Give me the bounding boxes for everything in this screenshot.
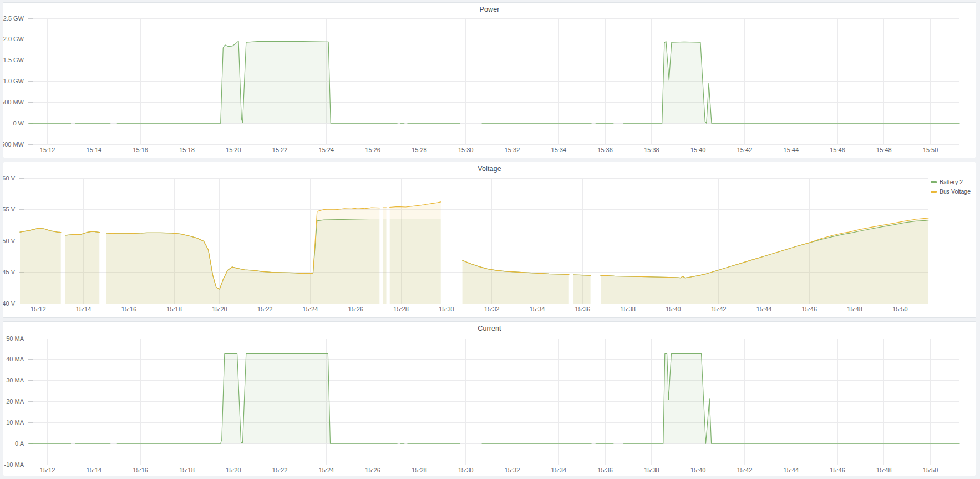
svg-text:10 MA: 10 MA [6,419,24,426]
y-axis-labels: 60 V55 V50 V45 V40 V [3,175,16,307]
panel-title-voltage[interactable]: Voltage [3,165,976,173]
svg-text:15:12: 15:12 [31,306,46,312]
svg-text:15:22: 15:22 [272,147,288,153]
bus-voltage-series-color-icon [931,191,937,193]
svg-text:15:32: 15:32 [505,467,520,473]
legend-label-battery-2: Battery 2 [940,178,963,186]
svg-text:15:30: 15:30 [458,147,474,153]
chart-svg-voltage: 60 V55 V50 V45 V40 V15:1215:1415:1615:18… [3,162,976,317]
series-power-area [117,41,397,123]
svg-text:15:14: 15:14 [87,147,102,153]
power-chart[interactable]: 2.5 GW2.0 GW1.5 GW1.0 GW500 MW0 W-500 MW… [3,3,976,158]
panel-title-power[interactable]: Power [3,6,976,13]
svg-text:0 A: 0 A [15,440,24,447]
svg-text:1.0 GW: 1.0 GW [3,78,24,84]
svg-text:15:16: 15:16 [133,147,148,153]
series-current-area [624,354,959,444]
y-axis-labels: 2.5 GW2.0 GW1.5 GW1.0 GW500 MW0 W-500 MW [3,15,24,148]
svg-text:55 V: 55 V [3,206,16,213]
svg-text:15:30: 15:30 [458,467,474,473]
svg-text:0 W: 0 W [13,120,24,127]
panel-current: Current 50 MA40 MA30 MA20 MA10 MA0 A-10 … [3,321,976,476]
gridlines [28,339,959,465]
legend-label-bus-voltage: Bus Voltage [940,188,971,196]
series-bus-voltage-area [20,228,61,304]
series-bus-voltage-area [383,208,386,304]
current-chart[interactable]: 50 MA40 MA30 MA20 MA10 MA0 A-10 MA15:121… [3,322,976,476]
series-group [20,202,928,304]
x-axis-labels: 15:1215:1415:1615:1815:2015:2215:2415:26… [40,467,938,473]
svg-text:15:34: 15:34 [551,147,567,153]
y-axis-labels: 50 MA40 MA30 MA20 MA10 MA0 A-10 MA [4,335,24,468]
series-bus-voltage-area [390,202,441,304]
panel-power: Power 2.5 GW2.0 GW1.5 GW1.0 GW500 MW0 W-… [3,2,976,158]
svg-text:15:18: 15:18 [166,306,182,312]
svg-text:40 MA: 40 MA [6,356,24,362]
series-power-area [624,42,959,124]
svg-text:15:18: 15:18 [179,467,195,473]
svg-text:15:32: 15:32 [505,147,520,153]
series-group [29,41,959,123]
svg-text:15:38: 15:38 [644,147,659,153]
svg-text:15:46: 15:46 [802,306,817,312]
svg-text:15:28: 15:28 [412,147,427,153]
svg-text:15:44: 15:44 [756,306,772,312]
series-bus-voltage-area [65,231,99,304]
svg-text:50 V: 50 V [3,238,16,244]
svg-text:60 V: 60 V [3,175,16,181]
panel-title-current[interactable]: Current [3,325,976,332]
svg-text:15:50: 15:50 [923,147,938,153]
series-bus-voltage-area [463,260,569,304]
dashboard: Power 2.5 GW2.0 GW1.5 GW1.0 GW500 MW0 W-… [0,0,980,479]
svg-text:15:20: 15:20 [226,467,241,473]
svg-text:15:38: 15:38 [620,306,636,312]
svg-text:20 MA: 20 MA [6,398,24,405]
svg-text:-10 MA: -10 MA [4,461,24,468]
svg-text:15:48: 15:48 [876,467,892,473]
svg-text:15:42: 15:42 [711,306,727,312]
series-bus-voltage-area [573,275,591,304]
svg-text:15:36: 15:36 [597,147,613,153]
svg-text:15:32: 15:32 [484,306,500,312]
series-bus-voltage-area [601,218,928,304]
svg-text:-500 MW: -500 MW [3,141,24,148]
svg-text:30 MA: 30 MA [6,377,24,384]
legend-item-battery-2[interactable]: Battery 2 [931,178,971,186]
svg-text:15:34: 15:34 [551,467,567,473]
svg-text:15:22: 15:22 [257,306,273,312]
svg-text:15:40: 15:40 [690,147,706,153]
svg-text:50 MA: 50 MA [6,335,24,342]
voltage-chart[interactable]: 60 V55 V50 V45 V40 V15:1215:1415:1615:18… [3,162,976,317]
svg-text:15:28: 15:28 [393,306,409,312]
svg-text:15:46: 15:46 [830,147,845,153]
svg-text:15:48: 15:48 [876,147,892,153]
svg-text:15:16: 15:16 [133,467,148,473]
svg-text:15:26: 15:26 [365,467,380,473]
x-axis-labels: 15:1215:1415:1615:1815:2015:2215:2415:26… [31,306,908,312]
svg-text:500 MW: 500 MW [3,99,24,105]
svg-text:15:30: 15:30 [439,306,454,312]
series-current-area [117,354,397,444]
svg-text:2.5 GW: 2.5 GW [3,15,24,22]
svg-text:45 V: 45 V [3,269,16,275]
chart-svg-power: 2.5 GW2.0 GW1.5 GW1.0 GW500 MW0 W-500 MW… [3,3,976,158]
series-group [29,354,959,444]
svg-text:15:40: 15:40 [666,306,681,312]
svg-text:15:44: 15:44 [784,467,799,473]
svg-text:15:12: 15:12 [40,467,55,473]
svg-text:15:12: 15:12 [40,147,55,153]
svg-text:15:16: 15:16 [121,306,137,312]
svg-text:15:24: 15:24 [319,147,334,153]
legend-item-bus-voltage[interactable]: Bus Voltage [931,188,971,196]
svg-text:15:34: 15:34 [530,306,545,312]
svg-text:15:50: 15:50 [892,306,908,312]
gridlines [28,18,959,144]
svg-text:15:48: 15:48 [847,306,862,312]
svg-text:15:26: 15:26 [365,147,380,153]
battery-2-series-color-icon [931,181,937,183]
voltage-legend: Battery 2 Bus Voltage [931,178,971,196]
panel-voltage: Voltage 60 V55 V50 V45 V40 V15:1215:1415… [3,162,976,318]
svg-text:15:24: 15:24 [303,306,318,312]
svg-text:15:36: 15:36 [575,306,591,312]
svg-text:15:14: 15:14 [87,467,102,473]
